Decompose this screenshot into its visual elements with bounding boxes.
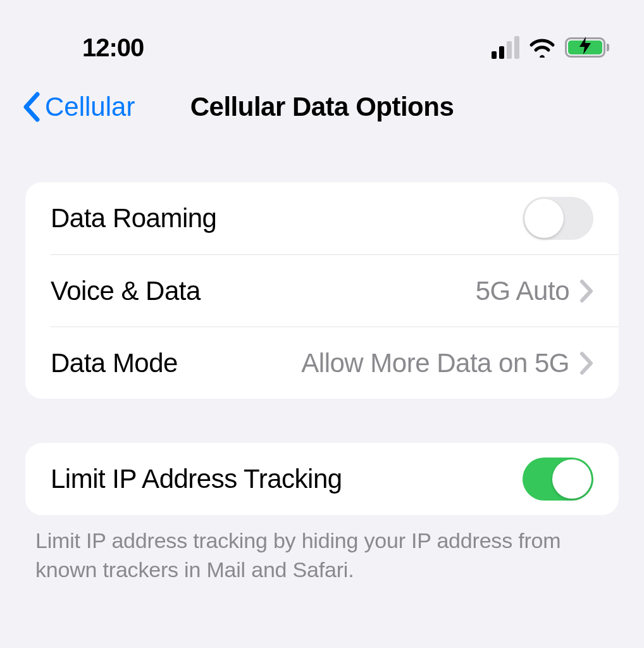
voice-data-row[interactable]: Voice & Data 5G Auto bbox=[51, 254, 619, 327]
data-mode-label: Data Mode bbox=[51, 348, 178, 378]
status-time: 12:00 bbox=[82, 34, 144, 62]
chevron-right-icon bbox=[579, 351, 593, 375]
back-button[interactable]: Cellular bbox=[22, 92, 135, 122]
data-roaming-label: Data Roaming bbox=[51, 203, 216, 234]
back-label: Cellular bbox=[45, 92, 135, 122]
status-bar: 12:00 bbox=[0, 0, 644, 76]
data-roaming-row[interactable]: Data Roaming bbox=[25, 182, 619, 254]
privacy-section: Limit IP Address Tracking bbox=[25, 443, 619, 515]
nav-bar: Cellular Cellular Data Options bbox=[0, 76, 644, 157]
data-mode-value: Allow More Data on 5G bbox=[301, 348, 569, 378]
data-roaming-toggle[interactable] bbox=[523, 197, 593, 240]
limit-ip-toggle[interactable] bbox=[523, 458, 593, 501]
limit-ip-tracking-row[interactable]: Limit IP Address Tracking bbox=[25, 443, 619, 515]
chevron-left-icon bbox=[22, 92, 41, 122]
cellular-options-section: Data Roaming Voice & Data 5G Auto Data M… bbox=[25, 182, 619, 399]
chevron-right-icon bbox=[579, 279, 593, 303]
page-title: Cellular Data Options bbox=[190, 92, 454, 122]
data-mode-row[interactable]: Data Mode Allow More Data on 5G bbox=[51, 327, 619, 399]
limit-ip-label: Limit IP Address Tracking bbox=[51, 464, 342, 494]
charging-bolt-icon bbox=[579, 37, 591, 58]
battery-icon bbox=[565, 37, 609, 58]
voice-data-label: Voice & Data bbox=[51, 276, 201, 306]
status-indicators bbox=[492, 36, 609, 59]
wifi-icon bbox=[528, 37, 556, 58]
limit-ip-footer: Limit IP address tracking by hiding your… bbox=[35, 526, 609, 585]
voice-data-value: 5G Auto bbox=[476, 276, 569, 306]
cellular-signal-icon bbox=[492, 36, 519, 59]
